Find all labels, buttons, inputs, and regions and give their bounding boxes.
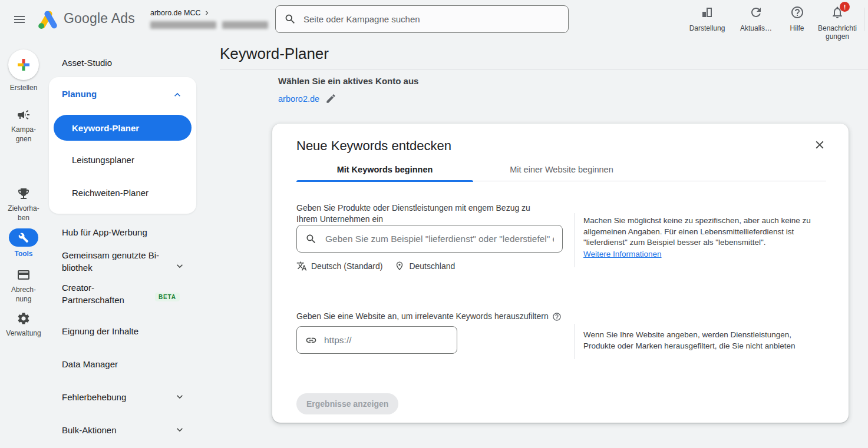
navigation-rail: Erstellen Kampa- gnen Zielvorha- ben Too… (0, 39, 47, 448)
location-selector[interactable]: Deutschland (394, 261, 455, 271)
edit-pencil-icon[interactable] (325, 93, 336, 104)
subnav-item-troubleshooting[interactable]: Fehlerbehebung (62, 391, 126, 403)
link-icon (305, 334, 317, 346)
show-results-button[interactable]: Ergebnisse anzeigen (296, 393, 398, 414)
gear-icon (16, 311, 31, 326)
global-search[interactable] (275, 5, 569, 33)
refresh-icon (749, 5, 763, 19)
notification-badge: ! (840, 2, 850, 12)
help-icon (790, 5, 804, 19)
google-ads-logo-icon (38, 10, 59, 29)
chevron-down-icon[interactable] (174, 391, 186, 403)
subnav-item-data-manager[interactable]: Data Manager (62, 358, 118, 370)
keywords-field-label: Geben Sie Produkte oder Dienstleistungen… (296, 203, 544, 225)
chevron-down-icon[interactable] (174, 424, 186, 436)
search-icon (305, 233, 317, 245)
help-icon[interactable] (552, 312, 562, 321)
hamburger-menu-icon[interactable] (12, 12, 27, 26)
rail-item-goals[interactable]: Zielvorha- ben (0, 186, 47, 223)
rail-item-campaigns[interactable]: Kampa- gnen (0, 107, 47, 144)
dialog-title: Neue Keywords entdecken (296, 138, 451, 154)
active-account-link[interactable]: arboro2.de (278, 94, 319, 104)
keywords-input[interactable] (296, 225, 563, 253)
language-value: Deutsch (Standard) (311, 261, 382, 271)
chevron-up-icon[interactable] (171, 89, 183, 101)
notifications-button[interactable]: ! Benachrichti gungen (812, 5, 863, 41)
subnav-item-leistungsplaner[interactable]: Leistungsplaner (72, 155, 134, 165)
subnav-item-shared-library[interactable]: Gemeinsam genutzte Bi- bliothek (62, 249, 174, 274)
keywords-hint-text: Machen Sie möglichst keine zu spezifisch… (583, 215, 817, 248)
website-field-label: Geben Sie eine Website an, um irrelevant… (296, 311, 562, 322)
help-button[interactable]: Hilfe (781, 5, 813, 32)
planung-group-card: Planung Keyword-Planer Leistungsplaner R… (49, 77, 196, 214)
secondary-navigation: Asset-Studio Planung Keyword-Planer Leis… (47, 39, 212, 448)
trophy-icon (16, 187, 31, 201)
subnav-item-bulk-actions[interactable]: Bulk-Aktionen (62, 424, 117, 436)
website-hint-text: Wenn Sie Ihre Website angeben, werden Di… (583, 330, 817, 351)
subnav-group-planung[interactable]: Planung (62, 89, 97, 99)
appearance-button[interactable]: Darstellung (682, 5, 732, 32)
account-id-redacted (222, 21, 268, 29)
rail-item-tools[interactable]: Tools (0, 228, 47, 258)
dialog-tabs: Mit Keywords beginnen Mit einer Website … (296, 158, 826, 181)
account-switcher[interactable]: arboro.de MCC (150, 9, 282, 29)
subnav-item-reichweiten-planer[interactable]: Reichweiten-Planer (72, 188, 148, 198)
plus-icon (15, 56, 32, 74)
keywords-input-field[interactable] (325, 234, 554, 244)
brand-title: Google Ads (64, 11, 135, 26)
hint-divider (575, 324, 575, 359)
subnav-item-app-hub[interactable]: Hub für App-Werbung (62, 226, 147, 238)
search-icon (284, 13, 296, 25)
account-name-redacted (150, 21, 216, 29)
language-selector[interactable]: Deutsch (Standard) (296, 261, 382, 271)
account-path-label: arboro.de MCC (150, 9, 200, 17)
location-value: Deutschland (409, 261, 455, 271)
close-icon[interactable] (813, 138, 826, 151)
beta-badge: BETA (155, 293, 180, 301)
more-info-link[interactable]: Weitere Informationen (583, 250, 662, 258)
refresh-button[interactable]: Aktualis… (735, 5, 777, 32)
subnav-item-content-suitability[interactable]: Eignung der Inhalte (62, 325, 138, 337)
tools-icon (18, 233, 29, 243)
discover-keywords-dialog: Neue Keywords entdecken Mit Keywords beg… (272, 124, 849, 423)
tab-start-with-keywords[interactable]: Mit Keywords beginnen (296, 158, 473, 181)
translate-icon (296, 261, 307, 271)
chevron-down-icon[interactable] (174, 260, 186, 272)
subnav-item-keyword-planer[interactable]: Keyword-Planer (54, 115, 192, 141)
bar-chart-icon (700, 5, 714, 19)
topbar-divider (864, 8, 864, 31)
hint-divider (575, 213, 575, 267)
create-button[interactable]: Erstellen (0, 49, 47, 92)
page-title: Keyword-Planer (220, 45, 329, 63)
rail-item-billing[interactable]: Abrech- nung (0, 267, 47, 304)
website-input-field[interactable] (324, 335, 448, 346)
tab-start-with-website[interactable]: Mit einer Website beginnen (473, 158, 650, 181)
website-input[interactable] (296, 326, 457, 354)
header-divider (220, 69, 868, 69)
rail-item-admin[interactable]: Verwaltung (0, 311, 47, 338)
top-bar: Google Ads arboro.de MCC Darstellung Akt… (0, 0, 868, 39)
global-search-input[interactable] (303, 14, 560, 24)
location-pin-icon (394, 261, 405, 271)
chevron-right-icon (203, 9, 211, 17)
select-account-heading: Wählen Sie ein aktives Konto aus (278, 76, 418, 86)
subnav-item-asset-studio[interactable]: Asset-Studio (62, 57, 112, 69)
megaphone-icon (16, 108, 31, 122)
credit-card-icon (16, 268, 31, 282)
